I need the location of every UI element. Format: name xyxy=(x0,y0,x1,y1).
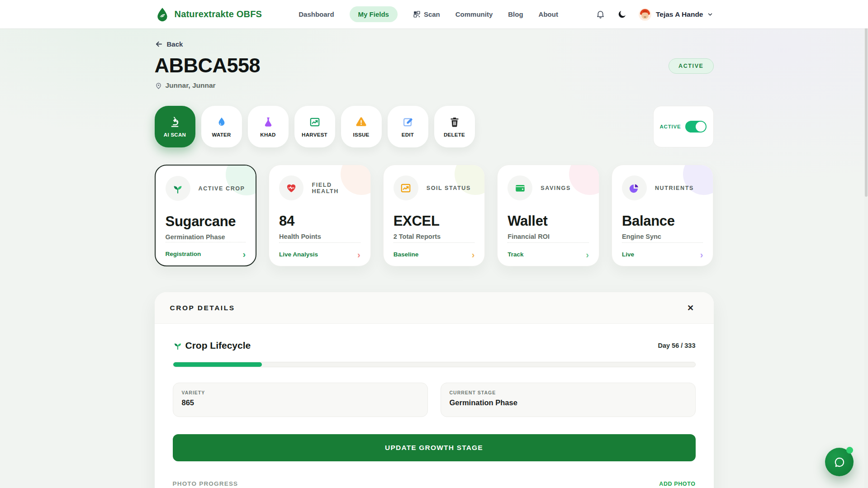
nav-item-about[interactable]: About xyxy=(539,10,558,18)
lifecycle-day-counter: Day 56 / 333 xyxy=(658,342,695,349)
chart-line-icon xyxy=(394,175,418,200)
chevron-down-icon xyxy=(707,11,713,18)
nav-links: Dashboard My Fields Scan Community Blog … xyxy=(299,6,558,22)
card-label: SAVINGS xyxy=(541,185,571,191)
issue-button[interactable]: ISSUE xyxy=(341,106,382,147)
back-label: Back xyxy=(167,40,183,48)
crop-details-panel: CROP DETAILS ✕ Crop Lifecycle Day 56 / 3… xyxy=(155,292,714,488)
photo-progress-label: PHOTO PROGRESS xyxy=(173,480,238,487)
back-arrow-icon xyxy=(155,40,163,48)
chat-online-dot xyxy=(846,447,853,454)
back-button[interactable]: Back xyxy=(155,40,183,48)
card-link[interactable]: Baseline xyxy=(394,251,419,258)
crop-details-title: CROP DETAILS xyxy=(170,304,235,312)
chevron-right-icon: › xyxy=(357,250,360,259)
seedling-icon xyxy=(166,176,190,201)
user-name: Tejas A Hande xyxy=(656,10,703,19)
current-stage-field[interactable]: CURRENT STAGE Germination Phase xyxy=(441,383,696,417)
action-label: AI SCAN xyxy=(164,132,186,137)
variety-value: 865 xyxy=(182,398,419,407)
active-toggle-switch[interactable] xyxy=(685,121,707,133)
lifecycle-progress-fill xyxy=(173,362,262,367)
card-field-health[interactable]: FIELD HEALTH 84 Health Points Live Analy… xyxy=(269,165,371,266)
top-navbar: Naturextrakte OBFS Dashboard My Fields S… xyxy=(0,0,868,28)
user-menu[interactable]: Tejas A Hande xyxy=(638,8,714,21)
field-active-toggle-card: ACTIVE xyxy=(653,106,714,147)
lifecycle-title: Crop Lifecycle xyxy=(185,340,251,351)
chat-bubble-icon xyxy=(833,456,846,469)
card-title: Sugarcane xyxy=(166,213,246,230)
nav-item-scan[interactable]: Scan xyxy=(413,10,440,18)
brand[interactable]: Naturextrakte OBFS xyxy=(155,7,262,22)
card-label: NUTRIENTS xyxy=(655,185,694,191)
current-stage-value: Germination Phase xyxy=(450,398,687,407)
card-link[interactable]: Registration xyxy=(166,251,201,257)
card-subtitle: Financial ROI xyxy=(508,233,589,240)
nav-item-my-fields[interactable]: My Fields xyxy=(350,6,398,22)
heart-pulse-icon xyxy=(279,175,304,200)
chevron-right-icon: › xyxy=(700,250,703,259)
card-link[interactable]: Track xyxy=(508,251,523,258)
close-icon[interactable]: ✕ xyxy=(683,300,698,316)
notifications-bell-icon[interactable] xyxy=(595,9,607,20)
nav-item-scan-label: Scan xyxy=(424,10,440,18)
harvest-button[interactable]: HARVEST xyxy=(294,106,335,147)
edit-button[interactable]: EDIT xyxy=(388,106,428,147)
card-link[interactable]: Live xyxy=(622,251,634,258)
action-label: KHAD xyxy=(260,132,275,137)
action-label: EDIT xyxy=(402,132,414,137)
card-label: SOIL STATUS xyxy=(427,185,471,191)
toggle-label: ACTIVE xyxy=(660,124,681,129)
brand-leaf-drop-icon xyxy=(155,7,170,22)
water-button[interactable]: WATER xyxy=(201,106,242,147)
chat-fab-button[interactable] xyxy=(825,448,854,476)
seedling-icon xyxy=(173,341,183,351)
chevron-right-icon: › xyxy=(586,250,589,259)
nav-item-community[interactable]: Community xyxy=(455,10,493,18)
dark-mode-moon-icon[interactable] xyxy=(617,9,628,20)
add-photo-button[interactable]: ADD PHOTO xyxy=(659,481,695,487)
main-content: Back ABBCA558 Junnar, Junnar ACTIVE AI S… xyxy=(155,40,714,488)
stat-cards: ACTIVE CROP Sugarcane Germination Phase … xyxy=(155,165,714,266)
action-label: DELETE xyxy=(444,132,465,137)
card-label: ACTIVE CROP xyxy=(199,185,245,192)
card-subtitle: Health Points xyxy=(279,233,360,240)
qr-scan-icon xyxy=(413,10,421,18)
card-subtitle: 2 Total Reports xyxy=(394,233,475,240)
chevron-right-icon: › xyxy=(242,250,246,259)
card-subtitle: Germination Phase xyxy=(166,233,246,241)
card-nutrients[interactable]: NUTRIENTS Balance Engine Sync Live › xyxy=(612,165,714,266)
location-row: Junnar, Junnar xyxy=(155,81,261,90)
delete-button[interactable]: DELETE xyxy=(434,106,475,147)
ai-scan-button[interactable]: AI SCAN xyxy=(155,106,195,147)
action-label: WATER xyxy=(212,132,231,137)
update-growth-stage-button[interactable]: UPDATE GROWTH STAGE xyxy=(173,434,696,461)
action-label: HARVEST xyxy=(302,132,327,137)
card-active-crop[interactable]: ACTIVE CROP Sugarcane Germination Phase … xyxy=(155,165,257,266)
edit-icon xyxy=(402,116,414,128)
variety-field[interactable]: VARIETY 865 xyxy=(173,383,428,417)
card-title: Wallet xyxy=(508,213,589,229)
nav-item-blog[interactable]: Blog xyxy=(508,10,523,18)
scrollbar-thumb[interactable] xyxy=(865,25,868,197)
card-subtitle: Engine Sync xyxy=(622,233,703,240)
nav-right: Tejas A Hande xyxy=(595,8,714,21)
card-title: EXCEL xyxy=(394,213,475,229)
nav-item-dashboard[interactable]: Dashboard xyxy=(299,10,334,18)
variety-label: VARIETY xyxy=(182,390,419,395)
page-title: ABBCA558 xyxy=(155,54,261,77)
card-link[interactable]: Live Analysis xyxy=(279,251,318,258)
chevron-right-icon: › xyxy=(472,250,475,259)
chart-line-icon xyxy=(309,116,321,128)
warning-icon xyxy=(355,116,367,128)
brand-name: Naturextrakte OBFS xyxy=(175,9,262,19)
flask-icon xyxy=(262,116,274,128)
avatar xyxy=(638,8,652,21)
current-stage-label: CURRENT STAGE xyxy=(450,390,687,395)
page-scrollbar[interactable] xyxy=(864,0,868,488)
card-savings[interactable]: SAVINGS Wallet Financial ROI Track › xyxy=(497,165,599,266)
khad-button[interactable]: KHAD xyxy=(248,106,289,147)
card-soil-status[interactable]: SOIL STATUS EXCEL 2 Total Reports Baseli… xyxy=(383,165,485,266)
pie-chart-icon xyxy=(622,175,647,200)
field-actions: AI SCAN WATER KHAD HARVEST xyxy=(155,106,475,147)
